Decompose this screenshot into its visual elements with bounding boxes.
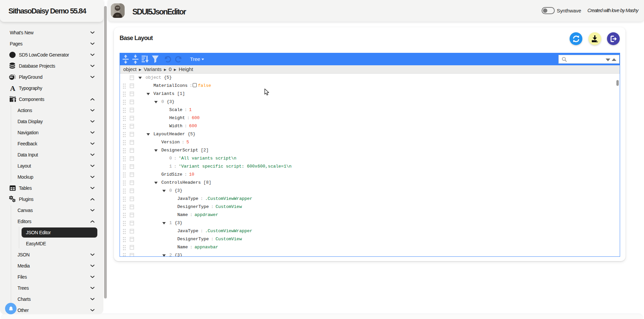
svg-text:A: A — [10, 85, 15, 92]
